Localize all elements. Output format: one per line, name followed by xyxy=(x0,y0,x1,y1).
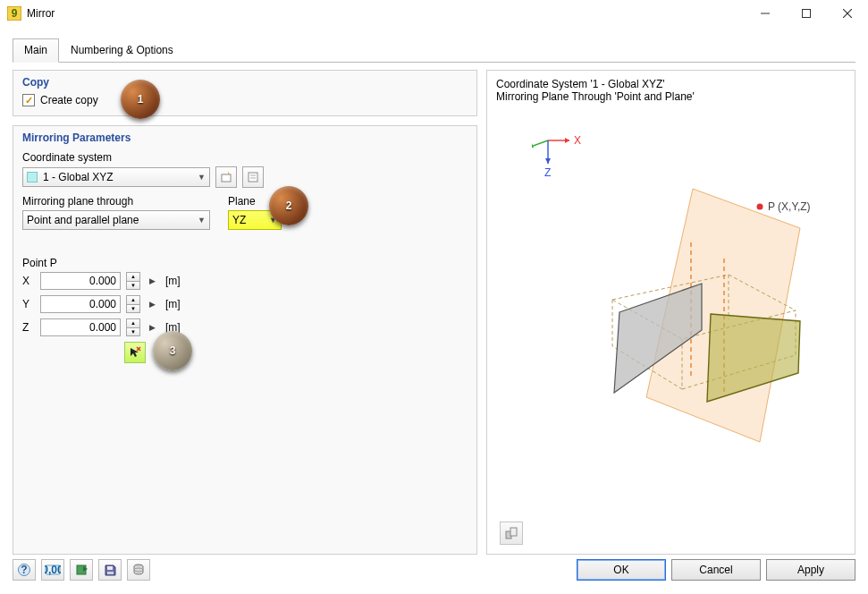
units-button[interactable]: 0,00 xyxy=(41,559,64,581)
point-x-row: X ▲▼ ▶ [m] xyxy=(22,272,468,290)
chevron-down-icon: ▼ xyxy=(198,173,206,182)
svg-marker-21 xyxy=(545,158,551,164)
window-title: Mirror xyxy=(27,7,55,20)
svg-text:Z: Z xyxy=(544,166,551,179)
svg-rect-40 xyxy=(107,572,114,574)
coord-system-swatch xyxy=(27,172,38,182)
cancel-label: Cancel xyxy=(699,564,732,576)
new-coord-system-button[interactable] xyxy=(215,166,237,188)
tabstrip: Main Numbering & Options xyxy=(13,38,855,63)
point-y-row: Y ▲▼ ▶ [m] xyxy=(22,295,468,313)
point-x-step-button[interactable]: ▶ xyxy=(146,272,158,290)
tab-main[interactable]: Main xyxy=(13,38,59,63)
point-z-label: Z xyxy=(22,321,35,334)
svg-line-17 xyxy=(532,140,548,148)
panel-copy: Copy ✓ Create copy 1 xyxy=(13,70,477,116)
point-x-label: X xyxy=(22,275,35,287)
point-x-spinner[interactable]: ▲▼ xyxy=(126,272,140,290)
coord-system-value: 1 - Global XYZ xyxy=(43,171,114,183)
create-copy-label: Create copy xyxy=(40,94,98,106)
svg-rect-32 xyxy=(510,528,517,536)
ok-button[interactable]: OK xyxy=(577,559,666,581)
coord-system-label: Coordinate system xyxy=(22,151,468,164)
panel-header-copy: Copy xyxy=(22,76,468,89)
tab-numbering-options[interactable]: Numbering & Options xyxy=(59,38,185,63)
svg-text:P (X,Y,Z): P (X,Y,Z) xyxy=(768,200,811,213)
svg-rect-7 xyxy=(222,174,231,182)
svg-point-23 xyxy=(757,204,763,210)
point-x-unit: [m] xyxy=(165,275,181,287)
svg-marker-6 xyxy=(228,171,230,174)
mirroring-plane-through-dropdown[interactable]: Point and parallel plane ▼ xyxy=(22,210,210,230)
annotation-badge-2: 2 xyxy=(269,186,308,225)
svg-marker-15 xyxy=(565,138,569,143)
mirroring-plane-through-label: Mirroring plane through xyxy=(22,195,210,208)
panel-preview: Coordinate System '1 - Global XYZ' Mirro… xyxy=(486,70,855,555)
maximize-button[interactable] xyxy=(786,0,827,27)
minimize-button[interactable] xyxy=(745,0,786,27)
svg-text:X: X xyxy=(574,134,581,147)
point-y-input[interactable] xyxy=(40,295,121,313)
chevron-down-icon: ▼ xyxy=(198,216,206,225)
point-z-row: Z ▲▼ ▶ [m] xyxy=(22,318,468,336)
app-icon: 9 xyxy=(7,6,21,21)
annotation-badge-1: 1 xyxy=(121,80,160,119)
svg-text:?: ? xyxy=(21,564,27,576)
preview-diagram: X Y Z P (X,Y,Z) xyxy=(532,124,836,509)
svg-text:9: 9 xyxy=(12,7,18,20)
tab-label: Numbering & Options xyxy=(71,44,173,56)
svg-rect-39 xyxy=(107,566,113,570)
apply-button[interactable]: Apply xyxy=(766,559,855,581)
panel-header-params: Mirroring Parameters xyxy=(22,132,468,144)
point-x-input[interactable] xyxy=(40,272,121,290)
point-y-spinner[interactable]: ▲▼ xyxy=(126,295,140,313)
point-z-spinner[interactable]: ▲▼ xyxy=(126,318,140,336)
point-y-step-button[interactable]: ▶ xyxy=(146,295,158,313)
preview-view-button[interactable] xyxy=(500,522,523,545)
apply-label: Apply xyxy=(797,564,824,576)
annotation-badge-3: 3 xyxy=(153,331,192,370)
point-y-label: Y xyxy=(22,298,35,310)
ok-label: OK xyxy=(613,564,628,576)
panel-mirroring-parameters: Mirroring Parameters Coordinate system 1… xyxy=(13,125,477,555)
titlebar: 9 Mirror xyxy=(0,0,868,27)
point-z-input[interactable] xyxy=(40,318,121,336)
close-button[interactable] xyxy=(827,0,868,27)
tab-label: Main xyxy=(24,44,47,56)
create-copy-checkbox[interactable]: ✓ xyxy=(22,94,35,106)
coord-system-dropdown[interactable]: 1 - Global XYZ ▼ xyxy=(22,167,210,187)
preview-text-2: Mirroring Plane Through 'Point and Plane… xyxy=(496,90,846,103)
svg-text:0,00: 0,00 xyxy=(45,564,61,576)
svg-rect-3 xyxy=(803,9,811,17)
reload-button[interactable] xyxy=(70,559,93,581)
preview-text-1: Coordinate System '1 - Global XYZ' xyxy=(496,78,846,90)
pick-point-button[interactable] xyxy=(124,342,146,363)
edit-coord-system-button[interactable] xyxy=(242,166,264,188)
save-button[interactable] xyxy=(98,559,122,581)
help-button[interactable]: ? xyxy=(13,559,36,581)
database-button[interactable] xyxy=(127,559,150,581)
point-z-step-button[interactable]: ▶ xyxy=(146,318,158,336)
svg-rect-8 xyxy=(249,173,257,182)
point-p-label: Point P xyxy=(22,257,468,269)
point-y-unit: [m] xyxy=(165,298,181,310)
plane-value: YZ xyxy=(232,214,246,226)
mirroring-plane-through-value: Point and parallel plane xyxy=(27,214,139,226)
cancel-button[interactable]: Cancel xyxy=(671,559,761,581)
dialog-footer: ? 0,00 OK Cancel Apply xyxy=(0,555,868,585)
